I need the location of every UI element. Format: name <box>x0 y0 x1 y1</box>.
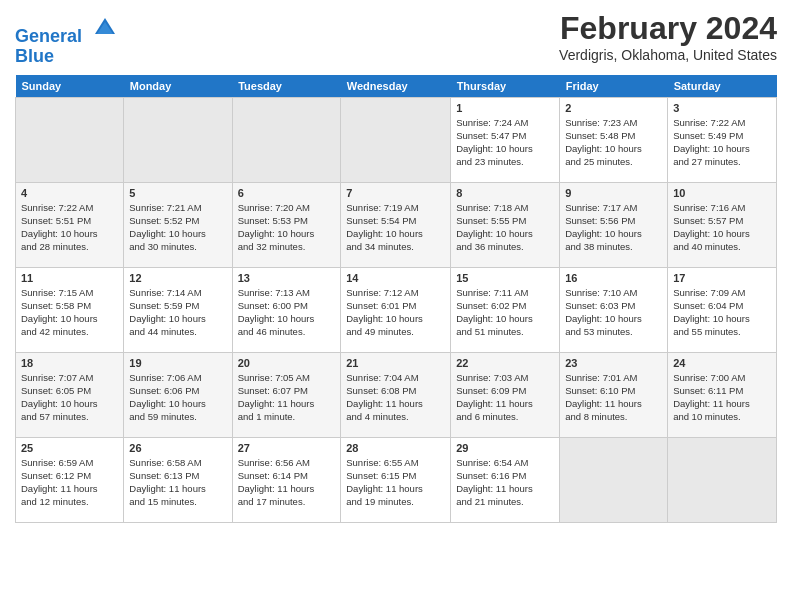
calendar-cell: 19Sunrise: 7:06 AM Sunset: 6:06 PM Dayli… <box>124 352 232 437</box>
week-row-2: 4Sunrise: 7:22 AM Sunset: 5:51 PM Daylig… <box>16 182 777 267</box>
calendar-cell: 21Sunrise: 7:04 AM Sunset: 6:08 PM Dayli… <box>341 352 451 437</box>
weekday-header-tuesday: Tuesday <box>232 75 341 98</box>
calendar-cell: 13Sunrise: 7:13 AM Sunset: 6:00 PM Dayli… <box>232 267 341 352</box>
day-info: Sunrise: 7:24 AM Sunset: 5:47 PM Dayligh… <box>456 116 554 169</box>
day-number: 26 <box>129 442 226 454</box>
calendar-cell: 22Sunrise: 7:03 AM Sunset: 6:09 PM Dayli… <box>451 352 560 437</box>
calendar-cell: 9Sunrise: 7:17 AM Sunset: 5:56 PM Daylig… <box>560 182 668 267</box>
day-number: 5 <box>129 187 226 199</box>
weekday-header-row: SundayMondayTuesdayWednesdayThursdayFrid… <box>16 75 777 98</box>
calendar-cell: 10Sunrise: 7:16 AM Sunset: 5:57 PM Dayli… <box>668 182 777 267</box>
day-info: Sunrise: 7:22 AM Sunset: 5:51 PM Dayligh… <box>21 201 118 254</box>
calendar-cell: 25Sunrise: 6:59 AM Sunset: 6:12 PM Dayli… <box>16 437 124 522</box>
calendar-cell: 11Sunrise: 7:15 AM Sunset: 5:58 PM Dayli… <box>16 267 124 352</box>
day-number: 24 <box>673 357 771 369</box>
calendar-cell: 7Sunrise: 7:19 AM Sunset: 5:54 PM Daylig… <box>341 182 451 267</box>
day-info: Sunrise: 7:15 AM Sunset: 5:58 PM Dayligh… <box>21 286 118 339</box>
day-info: Sunrise: 7:11 AM Sunset: 6:02 PM Dayligh… <box>456 286 554 339</box>
calendar-cell: 27Sunrise: 6:56 AM Sunset: 6:14 PM Dayli… <box>232 437 341 522</box>
calendar-cell: 24Sunrise: 7:00 AM Sunset: 6:11 PM Dayli… <box>668 352 777 437</box>
weekday-header-monday: Monday <box>124 75 232 98</box>
day-number: 19 <box>129 357 226 369</box>
day-info: Sunrise: 7:22 AM Sunset: 5:49 PM Dayligh… <box>673 116 771 169</box>
day-number: 14 <box>346 272 445 284</box>
day-number: 18 <box>21 357 118 369</box>
calendar-cell <box>341 97 451 182</box>
weekday-header-saturday: Saturday <box>668 75 777 98</box>
weekday-header-sunday: Sunday <box>16 75 124 98</box>
calendar-cell: 23Sunrise: 7:01 AM Sunset: 6:10 PM Dayli… <box>560 352 668 437</box>
day-info: Sunrise: 7:06 AM Sunset: 6:06 PM Dayligh… <box>129 371 226 424</box>
day-info: Sunrise: 7:00 AM Sunset: 6:11 PM Dayligh… <box>673 371 771 424</box>
day-number: 20 <box>238 357 336 369</box>
day-info: Sunrise: 6:59 AM Sunset: 6:12 PM Dayligh… <box>21 456 118 509</box>
day-number: 9 <box>565 187 662 199</box>
day-number: 13 <box>238 272 336 284</box>
day-number: 17 <box>673 272 771 284</box>
day-number: 25 <box>21 442 118 454</box>
calendar-cell: 26Sunrise: 6:58 AM Sunset: 6:13 PM Dayli… <box>124 437 232 522</box>
day-info: Sunrise: 7:21 AM Sunset: 5:52 PM Dayligh… <box>129 201 226 254</box>
day-number: 7 <box>346 187 445 199</box>
page-container: General Blue February 2024 Verdigris, Ok… <box>0 0 792 612</box>
day-info: Sunrise: 6:54 AM Sunset: 6:16 PM Dayligh… <box>456 456 554 509</box>
header: General Blue February 2024 Verdigris, Ok… <box>15 10 777 67</box>
day-info: Sunrise: 7:19 AM Sunset: 5:54 PM Dayligh… <box>346 201 445 254</box>
calendar-cell: 16Sunrise: 7:10 AM Sunset: 6:03 PM Dayli… <box>560 267 668 352</box>
day-info: Sunrise: 6:56 AM Sunset: 6:14 PM Dayligh… <box>238 456 336 509</box>
week-row-5: 25Sunrise: 6:59 AM Sunset: 6:12 PM Dayli… <box>16 437 777 522</box>
calendar-cell: 29Sunrise: 6:54 AM Sunset: 6:16 PM Dayli… <box>451 437 560 522</box>
calendar-table: SundayMondayTuesdayWednesdayThursdayFrid… <box>15 75 777 523</box>
calendar-cell: 8Sunrise: 7:18 AM Sunset: 5:55 PM Daylig… <box>451 182 560 267</box>
day-number: 22 <box>456 357 554 369</box>
calendar-cell <box>124 97 232 182</box>
calendar-cell: 1Sunrise: 7:24 AM Sunset: 5:47 PM Daylig… <box>451 97 560 182</box>
day-info: Sunrise: 7:23 AM Sunset: 5:48 PM Dayligh… <box>565 116 662 169</box>
day-number: 2 <box>565 102 662 114</box>
calendar-cell: 18Sunrise: 7:07 AM Sunset: 6:05 PM Dayli… <box>16 352 124 437</box>
day-info: Sunrise: 7:12 AM Sunset: 6:01 PM Dayligh… <box>346 286 445 339</box>
weekday-header-thursday: Thursday <box>451 75 560 98</box>
day-number: 29 <box>456 442 554 454</box>
logo: General Blue <box>15 14 119 67</box>
calendar-cell: 28Sunrise: 6:55 AM Sunset: 6:15 PM Dayli… <box>341 437 451 522</box>
day-number: 16 <box>565 272 662 284</box>
subtitle: Verdigris, Oklahoma, United States <box>559 47 777 63</box>
day-info: Sunrise: 7:18 AM Sunset: 5:55 PM Dayligh… <box>456 201 554 254</box>
calendar-cell <box>232 97 341 182</box>
day-number: 28 <box>346 442 445 454</box>
day-number: 8 <box>456 187 554 199</box>
week-row-3: 11Sunrise: 7:15 AM Sunset: 5:58 PM Dayli… <box>16 267 777 352</box>
day-info: Sunrise: 6:58 AM Sunset: 6:13 PM Dayligh… <box>129 456 226 509</box>
weekday-header-friday: Friday <box>560 75 668 98</box>
title-area: February 2024 Verdigris, Oklahoma, Unite… <box>559 10 777 63</box>
calendar-cell: 5Sunrise: 7:21 AM Sunset: 5:52 PM Daylig… <box>124 182 232 267</box>
day-info: Sunrise: 7:10 AM Sunset: 6:03 PM Dayligh… <box>565 286 662 339</box>
calendar-cell: 6Sunrise: 7:20 AM Sunset: 5:53 PM Daylig… <box>232 182 341 267</box>
day-info: Sunrise: 6:55 AM Sunset: 6:15 PM Dayligh… <box>346 456 445 509</box>
weekday-header-wednesday: Wednesday <box>341 75 451 98</box>
day-info: Sunrise: 7:13 AM Sunset: 6:00 PM Dayligh… <box>238 286 336 339</box>
calendar-cell: 20Sunrise: 7:05 AM Sunset: 6:07 PM Dayli… <box>232 352 341 437</box>
day-number: 10 <box>673 187 771 199</box>
day-info: Sunrise: 7:04 AM Sunset: 6:08 PM Dayligh… <box>346 371 445 424</box>
calendar-cell: 15Sunrise: 7:11 AM Sunset: 6:02 PM Dayli… <box>451 267 560 352</box>
day-info: Sunrise: 7:14 AM Sunset: 5:59 PM Dayligh… <box>129 286 226 339</box>
day-number: 1 <box>456 102 554 114</box>
calendar-cell <box>560 437 668 522</box>
calendar-cell: 17Sunrise: 7:09 AM Sunset: 6:04 PM Dayli… <box>668 267 777 352</box>
calendar-cell <box>16 97 124 182</box>
day-number: 3 <box>673 102 771 114</box>
calendar-cell: 2Sunrise: 7:23 AM Sunset: 5:48 PM Daylig… <box>560 97 668 182</box>
calendar-cell: 12Sunrise: 7:14 AM Sunset: 5:59 PM Dayli… <box>124 267 232 352</box>
main-title: February 2024 <box>559 10 777 47</box>
calendar-cell <box>668 437 777 522</box>
week-row-4: 18Sunrise: 7:07 AM Sunset: 6:05 PM Dayli… <box>16 352 777 437</box>
logo-text: General <box>15 14 119 47</box>
day-info: Sunrise: 7:17 AM Sunset: 5:56 PM Dayligh… <box>565 201 662 254</box>
day-number: 27 <box>238 442 336 454</box>
day-info: Sunrise: 7:01 AM Sunset: 6:10 PM Dayligh… <box>565 371 662 424</box>
day-info: Sunrise: 7:09 AM Sunset: 6:04 PM Dayligh… <box>673 286 771 339</box>
day-number: 21 <box>346 357 445 369</box>
day-number: 15 <box>456 272 554 284</box>
